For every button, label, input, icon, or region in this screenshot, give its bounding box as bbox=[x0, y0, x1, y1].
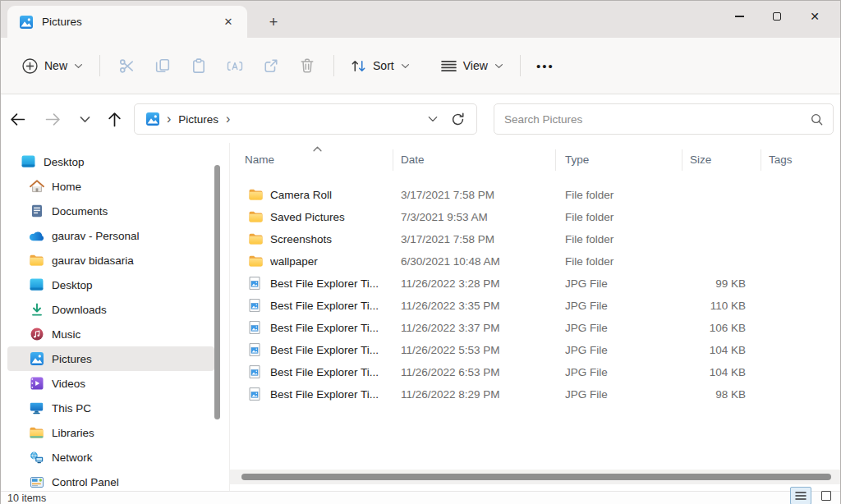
table-row-jpg-1[interactable]: Best File Explorer Ti... 11/26/2022 3:28… bbox=[230, 272, 840, 294]
rename-button[interactable] bbox=[217, 50, 253, 81]
table-row-wallpaper[interactable]: wallpaper 6/30/2021 10:48 AM File folder bbox=[230, 250, 840, 272]
file-type: File folder bbox=[565, 254, 614, 267]
table-row-jpg-2[interactable]: Best File Explorer Ti... 11/26/2022 3:35… bbox=[230, 294, 840, 316]
breadcrumb-segment[interactable]: Pictures bbox=[178, 113, 218, 126]
minimize-icon bbox=[735, 16, 744, 16]
column-divider[interactable] bbox=[761, 149, 761, 171]
chevron-down-icon bbox=[494, 63, 503, 69]
file-name: Best File Explorer Ti... bbox=[270, 343, 379, 355]
table-row-jpg-4[interactable]: Best File Explorer Ti... 11/26/2022 5:53… bbox=[230, 338, 840, 360]
sidebar-item-music[interactable]: Music bbox=[7, 322, 214, 346]
up-button[interactable] bbox=[101, 106, 127, 132]
status-bar: 10 items bbox=[1, 491, 840, 504]
table-row-camera-roll[interactable]: Camera Roll 3/17/2021 7:58 PM File folde… bbox=[230, 183, 840, 205]
videos-icon bbox=[29, 377, 44, 390]
file-date: 11/26/2022 3:37 PM bbox=[401, 321, 500, 333]
network-icon bbox=[29, 451, 44, 464]
maximize-button[interactable] bbox=[758, 2, 796, 30]
share-button[interactable] bbox=[253, 50, 289, 81]
sidebar-item-videos[interactable]: Videos bbox=[7, 371, 214, 396]
refresh-icon[interactable] bbox=[451, 112, 465, 126]
forward-button[interactable] bbox=[39, 106, 66, 132]
downloads-icon bbox=[29, 303, 44, 316]
sort-button[interactable]: Sort bbox=[342, 54, 418, 78]
column-divider[interactable] bbox=[682, 149, 682, 171]
sidebar-item-this-pc[interactable]: This PC bbox=[7, 396, 214, 420]
column-divider[interactable] bbox=[393, 149, 393, 171]
horizontal-scrollbar-track[interactable] bbox=[230, 470, 840, 484]
tab-close-icon[interactable]: ✕ bbox=[219, 13, 237, 31]
delete-button[interactable] bbox=[289, 50, 325, 81]
sidebar-item-control-panel[interactable]: Control Panel bbox=[7, 470, 214, 491]
file-date: 11/26/2022 6:53 PM bbox=[401, 365, 500, 378]
column-header-name[interactable]: Name bbox=[245, 153, 274, 166]
sidebar-item-label: Desktop bbox=[44, 156, 85, 168]
column-header-tags[interactable]: Tags bbox=[769, 153, 793, 166]
cut-button[interactable] bbox=[108, 50, 145, 81]
file-date: 7/3/2021 9:53 AM bbox=[401, 210, 488, 222]
new-button[interactable]: New bbox=[14, 53, 91, 79]
sidebar-item-gaurav-bidasaria[interactable]: gaurav bidasaria bbox=[7, 248, 214, 273]
pictures-icon bbox=[20, 16, 33, 29]
close-button[interactable]: ✕ bbox=[796, 2, 834, 30]
jpg-file-icon bbox=[249, 387, 260, 401]
column-header-date[interactable]: Date bbox=[401, 153, 425, 166]
sidebar-scrollbar[interactable] bbox=[214, 165, 220, 419]
address-dropdown-icon[interactable] bbox=[428, 116, 438, 122]
recent-locations-button[interactable] bbox=[71, 106, 98, 132]
sidebar-item-label: Videos bbox=[52, 378, 85, 390]
sidebar-item-downloads[interactable]: Downloads bbox=[7, 297, 214, 322]
table-row-jpg-3[interactable]: Best File Explorer Ti... 11/26/2022 3:37… bbox=[230, 316, 840, 338]
back-button[interactable] bbox=[4, 106, 30, 132]
column-header-size[interactable]: Size bbox=[690, 153, 711, 166]
file-size: 104 KB bbox=[632, 343, 746, 355]
search-icon[interactable] bbox=[811, 113, 823, 126]
search-input[interactable] bbox=[504, 113, 811, 126]
horizontal-scrollbar-thumb[interactable] bbox=[241, 474, 831, 480]
table-row-saved-pictures[interactable]: Saved Pictures 7/3/2021 9:53 AM File fol… bbox=[230, 205, 840, 227]
view-button[interactable]: View bbox=[433, 54, 512, 77]
column-divider[interactable] bbox=[555, 149, 556, 171]
tab-pictures[interactable]: Pictures ✕ bbox=[7, 6, 247, 38]
more-options-button[interactable]: ••• bbox=[529, 51, 562, 80]
new-tab-button[interactable]: + bbox=[264, 12, 283, 32]
search-box bbox=[494, 103, 834, 135]
table-row-jpg-5[interactable]: Best File Explorer Ti... 11/26/2022 6:53… bbox=[230, 360, 840, 383]
sidebar-item-network[interactable]: Network bbox=[7, 445, 214, 470]
paste-button[interactable] bbox=[181, 50, 217, 81]
music-icon bbox=[29, 328, 44, 341]
toolbar-divider bbox=[520, 55, 521, 76]
sidebar-item-desktop[interactable]: Desktop bbox=[7, 149, 214, 174]
jpg-file-icon bbox=[249, 299, 260, 312]
sidebar-item-libraries[interactable]: Libraries bbox=[7, 420, 214, 445]
table-row-jpg-6[interactable]: Best File Explorer Ti... 11/26/2022 8:29… bbox=[230, 383, 840, 405]
folder-icon bbox=[249, 233, 263, 245]
file-list: Name Date Type Size Tags Camera Roll 3/1… bbox=[229, 143, 840, 491]
sidebar-item-onedrive-personal[interactable]: gaurav - Personal bbox=[7, 223, 214, 248]
sidebar-item-documents[interactable]: Documents bbox=[7, 199, 214, 223]
file-name: Saved Pictures bbox=[270, 210, 345, 222]
minimize-button[interactable] bbox=[720, 2, 758, 30]
details-view-button[interactable] bbox=[790, 487, 811, 504]
pictures-icon bbox=[29, 352, 44, 365]
copy-button[interactable] bbox=[145, 50, 181, 81]
folder-icon bbox=[249, 211, 263, 222]
file-name: Screenshots bbox=[270, 232, 332, 245]
sidebar-item-label: Libraries bbox=[52, 427, 94, 439]
address-bar[interactable]: › Pictures › bbox=[134, 103, 477, 135]
chevron-down-icon bbox=[401, 63, 410, 69]
view-toggles bbox=[790, 487, 837, 504]
thumbnail-view-button[interactable] bbox=[816, 487, 837, 504]
sidebar-item-label: Pictures bbox=[52, 353, 92, 365]
jpg-file-icon bbox=[249, 277, 260, 290]
column-header-type[interactable]: Type bbox=[565, 153, 589, 166]
jpg-file-icon bbox=[249, 321, 260, 334]
table-row-screenshots[interactable]: Screenshots 3/17/2021 7:58 PM File folde… bbox=[230, 227, 840, 250]
sidebar-item-home[interactable]: Home bbox=[7, 174, 214, 199]
ellipsis-icon: ••• bbox=[536, 59, 554, 73]
sidebar-item-label: Network bbox=[52, 451, 93, 464]
file-type: JPG File bbox=[565, 343, 608, 355]
sort-icon bbox=[351, 59, 366, 73]
sidebar-item-pictures[interactable]: Pictures bbox=[7, 346, 214, 371]
sidebar-item-desktop-2[interactable]: Desktop bbox=[7, 273, 214, 297]
